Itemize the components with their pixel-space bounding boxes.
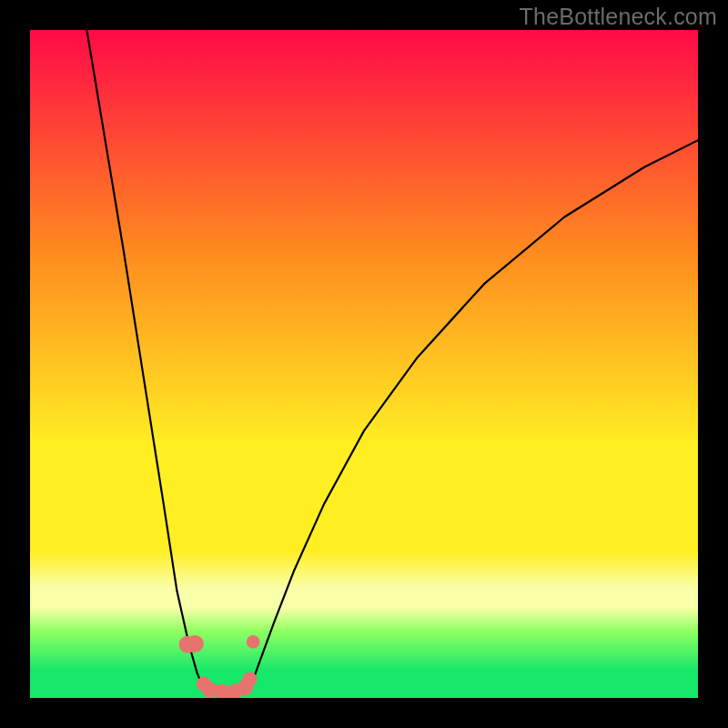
plot-area xyxy=(30,30,698,698)
chart-frame: TheBottleneck.com xyxy=(0,0,728,728)
data-marker xyxy=(247,635,260,649)
watermark-text: TheBottleneck.com xyxy=(520,4,717,30)
chart-svg xyxy=(30,30,698,698)
svg-rect-0 xyxy=(30,30,698,698)
data-marker xyxy=(187,635,204,652)
data-marker xyxy=(242,672,257,686)
